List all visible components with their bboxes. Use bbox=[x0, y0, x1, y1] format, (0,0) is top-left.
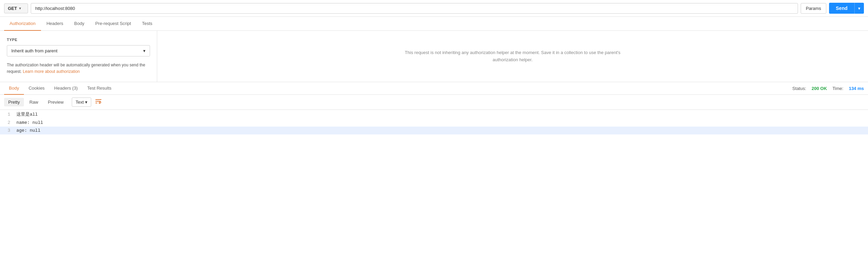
response-tab-headers[interactable]: Headers (3) bbox=[50, 82, 83, 95]
send-dropdown-button[interactable]: ▾ bbox=[854, 3, 864, 14]
send-button[interactable]: Send bbox=[829, 3, 854, 14]
top-bar: GET ▼ Params Send ▾ bbox=[0, 0, 868, 17]
code-area: 1 这里是all 2 name: null 3 age: null bbox=[0, 110, 868, 134]
url-input[interactable] bbox=[31, 3, 798, 14]
text-type-chevron: ▾ bbox=[85, 100, 87, 105]
response-status: Status: 200 OK Time: 134 ms bbox=[792, 86, 864, 91]
tab-headers[interactable]: Headers bbox=[41, 17, 69, 31]
response-tab-cookies[interactable]: Cookies bbox=[24, 82, 50, 95]
line-number-3: 3 bbox=[0, 127, 14, 134]
response-section: Body Cookies Headers (3) Test Results St… bbox=[0, 82, 868, 134]
learn-more-link[interactable]: Learn more about authorization bbox=[23, 69, 80, 74]
code-line-3: 3 age: null bbox=[0, 127, 868, 134]
time-label: Time: bbox=[832, 86, 843, 91]
status-label: Status: bbox=[792, 86, 806, 91]
auth-right-panel: This request is not inheriting any autho… bbox=[157, 31, 868, 82]
tab-body[interactable]: Body bbox=[69, 17, 90, 31]
send-button-group: Send ▾ bbox=[829, 3, 864, 14]
code-line-1: 1 这里是all bbox=[0, 110, 868, 119]
preview-button[interactable]: Preview bbox=[44, 98, 68, 106]
method-chevron: ▼ bbox=[18, 6, 22, 10]
code-line-2: 2 name: null bbox=[0, 119, 868, 127]
method-selector[interactable]: GET ▼ bbox=[4, 3, 28, 13]
text-type-selector[interactable]: Text ▾ bbox=[72, 98, 91, 107]
raw-button[interactable]: Raw bbox=[25, 98, 42, 106]
type-label: TYPE bbox=[7, 38, 150, 42]
response-tab-body[interactable]: Body bbox=[4, 82, 24, 95]
tab-pre-request-script[interactable]: Pre-request Script bbox=[90, 17, 137, 31]
params-button[interactable]: Params bbox=[801, 3, 826, 14]
auth-right-message: This request is not inheriting any autho… bbox=[393, 49, 632, 64]
wrap-icon[interactable] bbox=[95, 98, 103, 106]
inherit-auth-select[interactable]: Inherit auth from parent ▾ bbox=[7, 45, 150, 56]
pretty-button[interactable]: Pretty bbox=[4, 98, 24, 106]
inherit-auth-value: Inherit auth from parent bbox=[11, 48, 57, 53]
status-value: 200 OK bbox=[812, 86, 827, 91]
tab-authorization[interactable]: Authorization bbox=[4, 17, 41, 31]
response-tab-test-results[interactable]: Test Results bbox=[82, 82, 116, 95]
line-number-1: 1 bbox=[0, 110, 14, 118]
request-tabs: Authorization Headers Body Pre-request S… bbox=[0, 17, 868, 31]
auth-note: The authorization header will be automat… bbox=[7, 62, 150, 75]
time-value: 134 ms bbox=[849, 86, 864, 91]
body-format-bar: Pretty Raw Preview Text ▾ bbox=[0, 95, 868, 110]
response-tabs-bar: Body Cookies Headers (3) Test Results St… bbox=[0, 82, 868, 95]
auth-section: TYPE Inherit auth from parent ▾ The auth… bbox=[0, 31, 868, 82]
line-content-1: 这里是all bbox=[14, 110, 868, 119]
auth-left-panel: TYPE Inherit auth from parent ▾ The auth… bbox=[0, 31, 157, 82]
tab-tests[interactable]: Tests bbox=[136, 17, 158, 31]
line-content-2: name: null bbox=[14, 119, 868, 127]
text-type-label: Text bbox=[76, 100, 84, 105]
inherit-auth-chevron: ▾ bbox=[143, 48, 146, 53]
method-label: GET bbox=[8, 6, 17, 11]
line-number-2: 2 bbox=[0, 119, 14, 127]
line-content-3: age: null bbox=[14, 127, 868, 134]
